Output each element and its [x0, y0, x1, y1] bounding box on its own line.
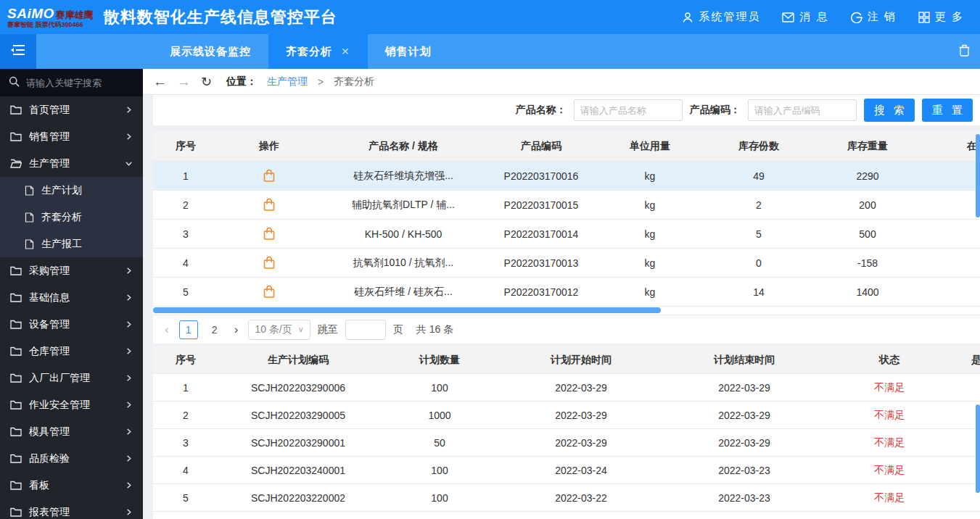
chevron-down-icon — [125, 159, 133, 167]
page-unit-label: 页 — [393, 323, 403, 336]
sidebar-item-dashboard[interactable]: 看板 — [0, 472, 143, 499]
bag-icon[interactable] — [263, 169, 276, 183]
refresh-button[interactable]: ↻ — [201, 75, 212, 88]
folder-icon — [10, 373, 22, 383]
sidebar-item-label: 看板 — [29, 479, 49, 492]
sidebar-item-basic-info[interactable]: 基础信息 — [0, 284, 143, 311]
sidebar-search[interactable] — [0, 69, 143, 96]
file-icon — [25, 212, 34, 223]
page-size-select[interactable]: 10 条/页 ∨ — [248, 320, 310, 340]
bag-icon[interactable] — [263, 256, 276, 270]
sidebar-item-report-mgmt[interactable]: 报表管理 — [0, 499, 143, 519]
sidebar-item-gate-mgmt[interactable]: 入厂出厂管理 — [0, 365, 143, 391]
folder-icon — [10, 454, 22, 463]
table-row[interactable]: 4 抗氧剂1010 / 抗氧剂... P202203170013 kg 0 -1… — [153, 249, 980, 278]
table-row[interactable]: 3 KH-500 / KH-500 P202203170014 kg 5 500… — [153, 220, 980, 249]
row-action — [218, 198, 320, 212]
row-plan-qty: 100 — [378, 382, 501, 394]
product-code-label: 产品编码： — [690, 104, 741, 117]
row-product-code: P202203170014 — [487, 228, 596, 240]
row-product-name: 抗氧剂1010 / 抗氧剂... — [320, 257, 487, 270]
row-plan-end: 2022-03-29 — [661, 437, 828, 449]
row-product-code: P202203170015 — [487, 199, 596, 211]
breadcrumb-parent-link[interactable]: 生产管理 — [267, 75, 308, 88]
page-2-button[interactable]: 2 — [205, 320, 224, 339]
row-seq: 4 — [153, 257, 218, 269]
table-row[interactable]: 1 SCJH202203290006 100 2022-03-29 2022-0… — [153, 374, 980, 402]
col-action: 操作 — [218, 140, 320, 153]
table-row[interactable]: 5 硅灰石纤维 / 硅灰石... P202203170012 kg 14 140… — [153, 278, 980, 307]
sidebar-item-equipment-mgmt[interactable]: 设备管理 — [0, 311, 143, 338]
sidebar-item-label: 模具管理 — [29, 425, 70, 439]
row-action — [218, 169, 320, 183]
bag-icon[interactable] — [263, 198, 276, 212]
sidebar-item-purchase-mgmt[interactable]: 采购管理 — [0, 257, 143, 284]
trash-icon — [959, 44, 970, 59]
sidebar-item-production-report[interactable]: 生产报工 — [0, 231, 143, 257]
bag-icon[interactable] — [263, 227, 276, 241]
table-row[interactable]: 2 辅助抗氧剂DLTP / 辅... P202203170015 kg 2 20… — [153, 191, 980, 220]
product-code-input[interactable] — [748, 99, 857, 121]
sidebar-collapse-button[interactable] — [0, 34, 36, 69]
messages-button[interactable]: 消 息 — [782, 10, 828, 24]
tab-display-line-monitor[interactable]: 展示线设备监控 — [152, 34, 268, 69]
prev-page-button[interactable]: ‹ — [162, 323, 172, 337]
next-page-button[interactable]: › — [231, 323, 242, 337]
table-row[interactable]: 3 SCJH202203290001 50 2022-03-29 2022-03… — [153, 429, 980, 457]
sidebar-item-kitting-analysis[interactable]: 齐套分析 — [0, 204, 143, 231]
sidebar-item-label: 生产报工 — [41, 238, 82, 251]
folder-icon — [10, 320, 22, 329]
sidebar-item-production-mgmt[interactable]: 生产管理 — [0, 150, 143, 177]
main-content: ← → ↻ 位置： 生产管理 > 齐套分析 产品名称： 产品编码： 搜 索 重 … — [143, 69, 980, 519]
sidebar-item-production-plan[interactable]: 生产计划 — [0, 177, 143, 204]
vertical-scrollbar[interactable] — [976, 134, 980, 217]
row-plan-code: SCJH202203290006 — [218, 382, 378, 394]
page-size-value: 10 条/页 — [255, 323, 292, 336]
chevron-right-icon — [125, 347, 133, 355]
user-menu[interactable]: 系统管理员 — [682, 10, 760, 24]
sidebar-item-mold-mgmt[interactable]: 模具管理 — [0, 418, 143, 445]
chevron-right-icon — [125, 106, 133, 114]
product-table: 序号 操作 产品名称 / 规格 产品编码 单位用量 库存份数 库存重量 在途数 … — [153, 131, 980, 315]
close-all-tabs-button[interactable] — [959, 34, 970, 69]
row-seq: 2 — [153, 199, 218, 211]
search-input[interactable] — [26, 78, 128, 88]
sidebar-item-work-safety-mgmt[interactable]: 作业安全管理 — [0, 391, 143, 418]
bag-icon[interactable] — [263, 285, 276, 299]
row-product-code: P202203170012 — [487, 286, 596, 298]
row-plan-code: SCJH202203240001 — [218, 465, 378, 476]
menu-fold-icon — [10, 43, 26, 59]
logout-button[interactable]: 注 销 — [851, 10, 897, 24]
tab-close-icon[interactable]: ✕ — [341, 46, 350, 57]
chevron-right-icon — [125, 374, 133, 382]
sidebar-item-sales-mgmt[interactable]: 销售管理 — [0, 123, 143, 150]
row-seq: 1 — [153, 382, 218, 394]
horizontal-scrollbar[interactable] — [153, 307, 661, 313]
jump-label: 跳至 — [318, 323, 338, 336]
vertical-scrollbar[interactable] — [976, 404, 980, 493]
tab-sales-plan[interactable]: 销售计划 — [368, 34, 449, 69]
row-product-name: KH-500 / KH-500 — [320, 228, 487, 240]
more-button[interactable]: 更 多 — [918, 10, 964, 24]
search-button[interactable]: 搜 索 — [864, 99, 915, 122]
table-row[interactable]: 5 SCJH202203220002 100 2022-03-22 2022-0… — [153, 484, 980, 512]
forward-button[interactable]: → — [177, 75, 191, 88]
table-row[interactable]: 4 SCJH202203240001 100 2022-03-24 2022-0… — [153, 457, 980, 484]
row-product-name: 硅灰石纤维填充增强... — [320, 170, 487, 183]
sidebar-item-home-mgmt[interactable]: 首页管理 — [0, 96, 143, 123]
product-name-input[interactable] — [574, 99, 683, 121]
table-row[interactable]: 2 SCJH202203290005 1000 2022-03-29 2022-… — [153, 402, 980, 429]
sidebar-item-quality-inspection[interactable]: 品质检验 — [0, 445, 143, 472]
reset-button[interactable]: 重 置 — [922, 99, 973, 122]
brand-subtitle: 赛摩智能 股票代码300466 — [7, 22, 94, 28]
jump-page-input[interactable] — [345, 320, 386, 340]
company-logo[interactable]: SAiMO 赛摩雄鹰 赛摩智能 股票代码300466 — [7, 7, 94, 28]
tab-kitting-analysis[interactable]: 齐套分析 ✕ — [268, 34, 368, 69]
breadcrumb-prefix: 位置： — [226, 75, 257, 88]
chevron-right-icon — [125, 428, 133, 436]
page-1-button[interactable]: 1 — [179, 320, 198, 339]
back-button[interactable]: ← — [153, 75, 167, 88]
row-in-transit: 70 — [922, 286, 980, 298]
sidebar-item-warehouse-mgmt[interactable]: 仓库管理 — [0, 338, 143, 365]
table-row[interactable]: 1 硅灰石纤维填充增强... P202203170016 kg 49 2290 … — [153, 162, 980, 191]
